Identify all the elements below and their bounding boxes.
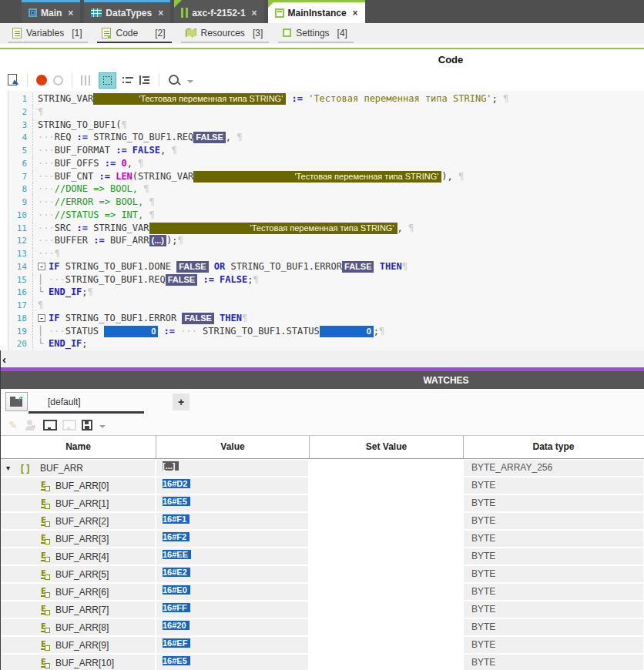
- watch-row[interactable]: BUF_ARR[6]16#E0BYTE: [1, 584, 644, 600]
- show-whitespace-icon[interactable]: [99, 72, 116, 89]
- line-number[interactable]: 18: [8, 313, 33, 326]
- code-editor[interactable]: 1STRING_VAR'Тестовая переменная типа STR…: [8, 91, 644, 350]
- tab-datatypes[interactable]: DataTypes×: [84, 0, 170, 23]
- stop-monitoring-icon[interactable]: [53, 75, 63, 85]
- open-watchlist-button[interactable]: ↱: [5, 392, 28, 411]
- outline-view-icon[interactable]: [139, 75, 150, 85]
- watch-row[interactable]: BUF_ARR[3]16#F2BYTE: [1, 531, 644, 547]
- close-icon[interactable]: ×: [252, 8, 257, 18]
- watch-row[interactable]: ▾BUF_ARR[...]BYTE_ARRAY_256: [1, 460, 644, 476]
- search-dropdown-icon[interactable]: [187, 80, 193, 86]
- line-number[interactable]: 3: [8, 119, 33, 132]
- column-header-value[interactable]: Value: [156, 436, 310, 458]
- add-to-watch-icon[interactable]: ◢: [43, 420, 55, 430]
- tab-maininstance[interactable]: MainInstance×: [268, 0, 365, 23]
- search-icon[interactable]: [168, 74, 181, 87]
- select-pointer-icon[interactable]: [8, 74, 18, 86]
- line-number[interactable]: 8: [8, 183, 33, 196]
- monitored-value-box[interactable]: 'Тестовая переменная типа STRING': [149, 223, 397, 234]
- subtab-settings[interactable]: Settings[4]: [277, 25, 355, 43]
- line-number[interactable]: 4: [8, 132, 33, 145]
- watch-row[interactable]: BUF_ARR[10]16#E5BYTE: [1, 655, 644, 670]
- set-value-cell[interactable]: [310, 637, 464, 653]
- close-icon[interactable]: ×: [158, 8, 163, 18]
- set-value-cell[interactable]: [310, 601, 464, 618]
- close-icon[interactable]: ×: [353, 8, 358, 18]
- watchlist-tab-default[interactable]: [default]: [48, 397, 140, 407]
- watch-row[interactable]: BUF_ARR[5]16#E2BYTE: [1, 566, 644, 582]
- set-value-cell[interactable]: [310, 460, 464, 476]
- start-monitoring-icon[interactable]: [36, 75, 47, 85]
- set-value-cell[interactable]: [310, 513, 464, 529]
- set-value-cell[interactable]: [310, 619, 464, 635]
- close-icon[interactable]: ×: [68, 8, 73, 18]
- monitored-value-box[interactable]: FALSE: [342, 261, 374, 273]
- breakpoint-list-icon[interactable]: [81, 75, 92, 85]
- watch-row[interactable]: BUF_ARR[4]16#EEBYTE: [1, 548, 644, 564]
- watch-row[interactable]: BUF_ARR[2]16#F1BYTE: [1, 513, 644, 529]
- value-bar[interactable]: 16#F2: [163, 532, 190, 541]
- line-number[interactable]: 13: [8, 248, 33, 261]
- monitor-window-icon[interactable]: ◢: [62, 420, 75, 430]
- value-bar[interactable]: 16#E5: [163, 656, 190, 665]
- column-header-name[interactable]: Name: [1, 436, 156, 458]
- toolbar-dropdown-icon[interactable]: [99, 425, 106, 431]
- compact-view-icon[interactable]: [122, 77, 133, 84]
- line-number[interactable]: 17: [8, 300, 33, 313]
- watch-row[interactable]: BUF_ARR[9]16#EFBYTE: [1, 637, 644, 653]
- line-number[interactable]: 20: [8, 338, 33, 350]
- line-number[interactable]: 2: [8, 106, 33, 119]
- line-number[interactable]: 14: [8, 261, 33, 274]
- set-value-cell[interactable]: [310, 655, 464, 670]
- fold-collapse-icon[interactable]: -: [38, 263, 45, 270]
- monitored-value-box[interactable]: FALSE: [182, 313, 213, 324]
- monitored-value-box[interactable]: 'Тестовая переменная типа STRING': [93, 93, 286, 105]
- line-number[interactable]: 11: [8, 223, 33, 236]
- line-number[interactable]: 15: [8, 274, 33, 287]
- subtab-code[interactable]: Code[2]: [96, 25, 173, 43]
- line-number[interactable]: 1: [8, 93, 33, 106]
- value-bar[interactable]: 16#F1: [163, 514, 190, 524]
- expand-chevron-icon[interactable]: ▾: [4, 464, 21, 472]
- value-bar[interactable]: 16#E5: [163, 497, 190, 506]
- value-bar[interactable]: 16#FF: [163, 603, 190, 612]
- add-watchlist-button[interactable]: +: [173, 394, 190, 410]
- line-number[interactable]: 5: [8, 145, 33, 158]
- line-number[interactable]: 7: [8, 171, 33, 184]
- tab-axc-f-2152-1[interactable]: axc-f-2152-1×: [174, 0, 263, 23]
- value-bar[interactable]: 16#20: [163, 621, 190, 630]
- fold-collapse-icon[interactable]: -: [38, 314, 45, 322]
- line-number[interactable]: 19: [8, 326, 33, 339]
- watch-row[interactable]: BUF_ARR[1]16#E5BYTE: [1, 495, 644, 511]
- value-bar[interactable]: [...]: [163, 461, 179, 471]
- line-number[interactable]: 12: [8, 235, 33, 248]
- set-value-cell[interactable]: [310, 495, 464, 511]
- value-bar[interactable]: 16#EF: [163, 638, 190, 648]
- edit-icon[interactable]: ✎: [8, 420, 18, 430]
- set-value-cell[interactable]: [310, 477, 464, 494]
- watch-row[interactable]: BUF_ARR[8]16#20BYTE: [1, 619, 644, 635]
- line-number[interactable]: 16: [8, 286, 33, 300]
- column-header-set-value[interactable]: Set Value: [310, 436, 464, 458]
- set-value-cell[interactable]: [310, 531, 464, 547]
- monitored-value-box[interactable]: (...): [149, 235, 167, 246]
- tab-main[interactable]: Main×: [22, 0, 80, 23]
- subtab-variables[interactable]: Variables[1]: [6, 25, 89, 43]
- monitored-value-box[interactable]: 'Тестовая переменная типа STRING': [193, 171, 441, 183]
- line-number[interactable]: 6: [8, 158, 33, 171]
- value-bar[interactable]: 16#D2: [163, 479, 190, 488]
- subtab-resources[interactable]: Resources[3]: [179, 25, 271, 43]
- monitored-value-box[interactable]: FALSE: [193, 132, 225, 143]
- column-header-data-type[interactable]: Data type: [464, 436, 643, 458]
- value-bar[interactable]: 16#EE: [163, 550, 191, 559]
- remove-user-icon[interactable]: ✕: [25, 420, 36, 430]
- set-value-cell[interactable]: [310, 584, 464, 600]
- monitored-value-box[interactable]: FALSE: [176, 261, 208, 273]
- monitored-value-box[interactable]: 0: [320, 326, 374, 337]
- value-bar[interactable]: 16#E0: [163, 585, 190, 595]
- line-number[interactable]: 10: [8, 209, 33, 223]
- watch-row[interactable]: BUF_ARR[7]16#FFBYTE: [1, 601, 644, 618]
- monitored-value-box[interactable]: 0: [104, 326, 158, 337]
- set-value-cell[interactable]: [310, 548, 464, 564]
- set-value-cell[interactable]: [310, 566, 464, 582]
